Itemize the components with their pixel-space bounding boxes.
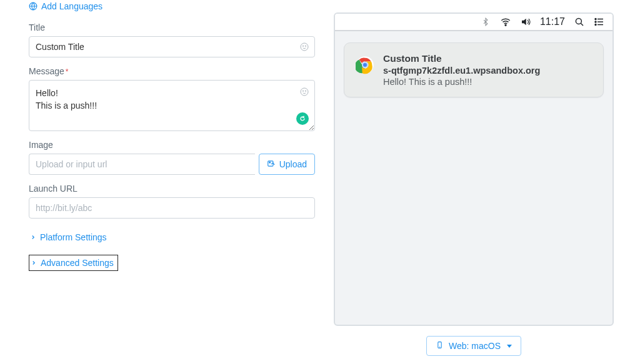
emoji-icon[interactable]: [299, 41, 310, 52]
notification-message: Hello! This is a push!!!: [383, 77, 592, 87]
title-label: Title: [29, 22, 315, 32]
add-languages-label: Add Languages: [41, 1, 102, 11]
title-field-group: Title: [29, 22, 315, 57]
mobile-icon: [436, 341, 444, 351]
launch-url-input[interactable]: [29, 197, 315, 219]
svg-point-1: [301, 43, 308, 51]
svg-point-11: [595, 19, 596, 20]
grammarly-icon[interactable]: [296, 112, 309, 125]
svg-point-3: [305, 46, 306, 46]
notification-title: Custom Title: [383, 53, 592, 64]
preview-frame: 11:17: [334, 12, 614, 326]
chevron-right-icon: [31, 260, 37, 266]
form-panel: Add Languages Title Message*: [0, 0, 326, 364]
list-icon: [594, 16, 605, 27]
chevron-down-icon: [507, 345, 512, 348]
svg-point-2: [302, 46, 303, 46]
platform-settings-toggle[interactable]: Platform Settings: [29, 230, 111, 245]
svg-point-8: [269, 162, 270, 163]
message-label: Message*: [29, 66, 315, 76]
image-url-input[interactable]: [29, 154, 255, 175]
svg-point-16: [362, 62, 368, 67]
svg-point-10: [576, 18, 581, 24]
bluetooth-icon: [480, 16, 491, 27]
launch-url-field-group: Launch URL: [29, 184, 315, 219]
notification-url: s-qtfgmp7k2zfdl.eu1.wpsandbox.org: [383, 66, 592, 76]
macos-menubar: 11:17: [335, 14, 612, 31]
chevron-right-icon: [30, 234, 36, 240]
image-label: Image: [29, 140, 315, 150]
globe-icon: [29, 2, 38, 11]
upload-icon: [267, 159, 276, 170]
launch-url-label: Launch URL: [29, 184, 315, 194]
menubar-time: 11:17: [540, 16, 565, 27]
message-input[interactable]: [29, 80, 315, 131]
upload-label: Upload: [279, 159, 307, 169]
emoji-icon[interactable]: [299, 86, 310, 97]
image-field-group: Image Upload: [29, 140, 315, 175]
platform-selector[interactable]: Web: macOS: [426, 336, 521, 356]
message-field-group: Message*: [29, 66, 315, 131]
svg-point-4: [301, 88, 308, 96]
title-input[interactable]: [29, 36, 315, 57]
platform-selector-label: Web: macOS: [449, 341, 501, 351]
volume-icon: [520, 16, 531, 27]
notification-preview: Custom Title s-qtfgmp7k2zfdl.eu1.wpsandb…: [344, 42, 604, 97]
svg-point-9: [505, 24, 506, 26]
upload-button[interactable]: Upload: [259, 154, 315, 175]
svg-point-5: [302, 91, 303, 91]
svg-point-13: [595, 24, 596, 26]
svg-point-6: [305, 91, 306, 91]
search-icon: [574, 16, 585, 27]
platform-settings-label: Platform Settings: [40, 232, 107, 242]
wifi-icon: [500, 16, 511, 27]
add-languages-link[interactable]: Add Languages: [29, 1, 315, 11]
preview-panel: 11:17: [326, 0, 640, 364]
advanced-settings-toggle[interactable]: Advanced Settings: [29, 255, 118, 271]
svg-point-12: [595, 21, 596, 22]
chrome-icon: [356, 56, 374, 74]
advanced-settings-label: Advanced Settings: [41, 258, 114, 268]
